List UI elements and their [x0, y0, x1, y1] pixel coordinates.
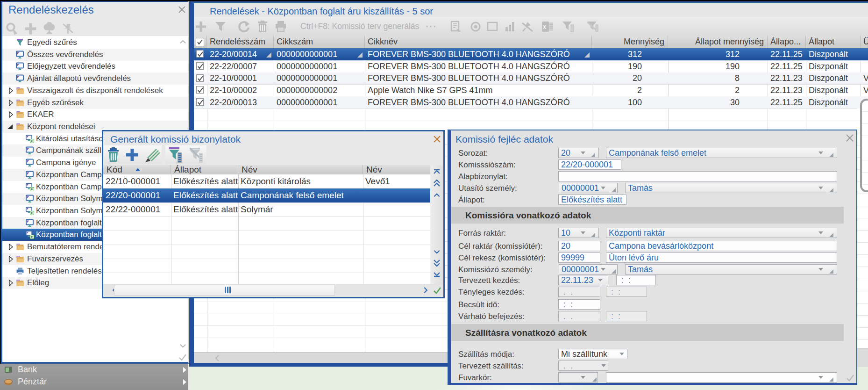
svg-text:x: x — [543, 23, 546, 30]
